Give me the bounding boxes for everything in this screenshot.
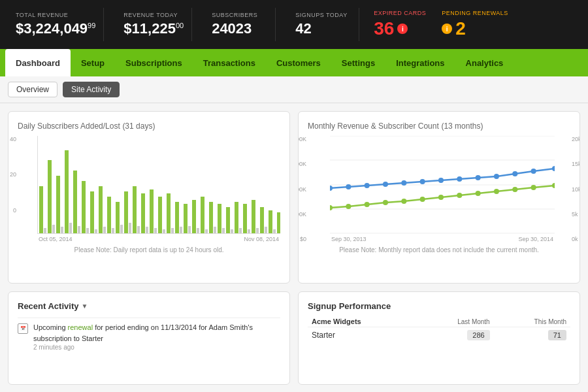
monthly-chart-note: Please Note: Monthly report data does no… [308, 246, 570, 253]
bar-group [141, 193, 148, 233]
svg-point-28 [512, 187, 517, 192]
expired-cards-info-icon[interactable]: i [397, 24, 408, 34]
svg-point-7 [365, 183, 370, 188]
tab-integrations[interactable]: Integrations [385, 49, 455, 76]
bar-group [73, 171, 80, 233]
svg-point-10 [420, 179, 425, 184]
perf-last-month-value: 286 [417, 327, 493, 344]
bar-green [73, 171, 77, 233]
svg-point-27 [494, 189, 499, 194]
monthly-chart-area [330, 136, 555, 234]
main-content: Daily Subscribers Added/Lost (31 days) 4… [0, 103, 588, 392]
daily-chart-note: Please Note: Daily report data is up to … [18, 246, 280, 253]
bar-group [56, 176, 63, 233]
bar-green [243, 204, 247, 233]
bar-green [141, 193, 145, 233]
bar-group [218, 204, 225, 233]
svg-point-5 [330, 186, 333, 191]
bar-group [48, 160, 55, 233]
recent-activity-card: Recent Activity ▼ 📅 Upcoming renewal for… [8, 291, 290, 385]
bar-group [124, 191, 131, 233]
bar-gray [86, 228, 89, 233]
monthly-chart-wrapper: $400K $300K $200K $100K $0 20k 15k 10k 5… [308, 136, 570, 242]
bar-group [260, 207, 267, 233]
subtab-site-activity[interactable]: Site Activity [63, 82, 120, 97]
signups-today-stat: SIGNUPS TODAY 42 [287, 8, 359, 41]
tab-subscriptions[interactable]: Subscriptions [115, 49, 193, 76]
svg-point-15 [512, 171, 517, 176]
expired-cards-alert: EXPIRED CARDS 36 i [374, 10, 426, 39]
signup-performance-card: Signup Performance Acme Widgets Last Mon… [298, 291, 580, 385]
bar-group [133, 186, 140, 233]
daily-chart-y-axis: 40 20 0 [8, 136, 16, 242]
revenue-today-value: $11,22500 [123, 20, 184, 37]
bar-green [226, 207, 230, 233]
bar-group [201, 197, 208, 233]
total-revenue-stat: TOTAL REVENUE $3,224,04999 [8, 8, 104, 41]
bar-green [90, 191, 94, 233]
bar-gray [273, 229, 276, 233]
activity-item: 📅 Upcoming renewal for period ending on … [18, 318, 280, 355]
tab-analytics[interactable]: Analytics [455, 49, 514, 76]
bar-green [277, 212, 280, 233]
recent-activity-header: Recent Activity ▼ [18, 301, 280, 311]
svg-point-19 [346, 204, 351, 209]
bar-green [167, 193, 171, 233]
bar-green [82, 181, 86, 233]
monthly-chart-y-right: 20k 15k 10k 5k 0k [572, 136, 580, 242]
bar-group [235, 202, 242, 233]
bar-gray [188, 226, 191, 233]
daily-chart-card: Daily Subscribers Added/Lost (31 days) 4… [8, 111, 290, 284]
svg-point-6 [346, 184, 351, 189]
signups-today-value: 42 [295, 20, 351, 37]
expired-cards-value: 36 [374, 18, 394, 39]
recent-activity-title: Recent Activity [18, 301, 78, 311]
svg-point-13 [476, 175, 481, 180]
tab-settings[interactable]: Settings [331, 49, 385, 76]
tab-transactions[interactable]: Transactions [193, 49, 266, 76]
svg-point-9 [401, 180, 406, 186]
svg-point-21 [383, 200, 388, 205]
tab-customers[interactable]: Customers [266, 49, 331, 76]
bar-group [65, 150, 72, 234]
subtab-overview[interactable]: Overview [8, 82, 57, 97]
bar-group [277, 212, 280, 233]
bar-green [124, 191, 128, 233]
subscribers-stat: SUBSCRIBERS 24023 [204, 8, 276, 41]
bar-gray [120, 225, 123, 233]
bar-green [175, 202, 179, 233]
svg-point-11 [438, 178, 444, 183]
bar-gray [214, 227, 216, 233]
bar-gray [44, 228, 46, 233]
monthly-chart-svg [330, 136, 555, 234]
svg-point-16 [531, 169, 536, 174]
bar-group [269, 210, 276, 233]
bar-gray [163, 229, 165, 233]
subscribers-value: 24023 [212, 20, 267, 37]
svg-point-30 [552, 183, 555, 188]
revenue-today-label: REVENUE TODAY [123, 12, 184, 18]
bar-gray [112, 228, 114, 233]
bar-gray [78, 226, 80, 233]
bar-gray [239, 228, 242, 233]
nav-tabs: Dashboard Setup Subscriptions Transactio… [0, 49, 588, 76]
tab-dashboard[interactable]: Dashboard [5, 49, 71, 76]
monthly-chart-dates: Sep 30, 2013 Sep 30, 2014 [330, 236, 555, 242]
svg-point-23 [420, 197, 425, 202]
signups-today-label: SIGNUPS TODAY [295, 12, 351, 18]
perf-this-badge[interactable]: 71 [548, 330, 566, 340]
total-revenue-label: TOTAL REVENUE [16, 12, 95, 18]
renewal-link[interactable]: renewal [68, 323, 93, 331]
tab-setup[interactable]: Setup [71, 49, 115, 76]
recent-activity-chevron[interactable]: ▼ [81, 302, 88, 310]
bar-gray [222, 228, 225, 233]
perf-last-badge[interactable]: 286 [467, 330, 489, 340]
svg-point-26 [476, 191, 481, 196]
bar-group [82, 181, 89, 233]
daily-chart-dates: Oct 05, 2014 Nov 08, 2014 [37, 236, 280, 242]
pending-renewals-info-icon[interactable]: i [442, 24, 452, 34]
daily-chart-wrapper: 40 20 0 Oct 05, 2014 Nov 08, 2014 [18, 136, 280, 242]
bar-group [184, 204, 191, 233]
bar-green [56, 176, 60, 233]
monthly-chart-y-left: $400K $300K $200K $100K $0 [298, 136, 306, 242]
